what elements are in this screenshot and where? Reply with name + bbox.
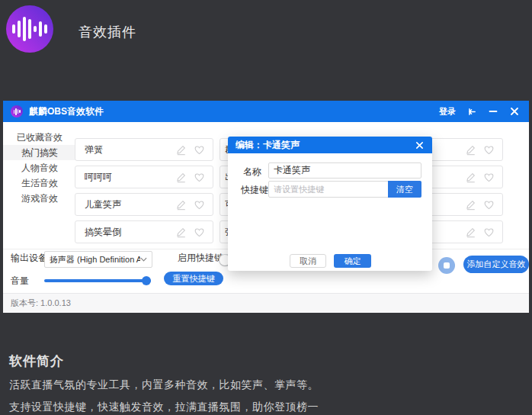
edit-icon[interactable] — [465, 199, 476, 211]
heart-icon[interactable] — [194, 144, 205, 156]
hide-to-tray-icon[interactable] — [466, 106, 477, 117]
version-bar: 版本号: 1.0.0.13 — [3, 293, 529, 313]
stop-button[interactable] — [438, 257, 455, 274]
sidebar-item-life[interactable]: 生活音效 — [3, 175, 76, 191]
stop-icon — [444, 262, 450, 269]
intro-heading: 软件简介 — [9, 352, 520, 370]
sound-name: 呵呵呵 — [75, 171, 175, 184]
window-title: 麒麟OBS音效软件 — [29, 101, 104, 122]
sound-name: 儿童笑声 — [75, 198, 175, 211]
enable-hotkey-label: 启用快捷键 — [178, 252, 223, 265]
heart-icon[interactable] — [194, 227, 205, 238]
edit-icon[interactable] — [175, 172, 187, 183]
cancel-button[interactable]: 取消 — [290, 254, 326, 268]
app-logo-icon — [6, 5, 53, 53]
heart-icon[interactable] — [194, 199, 205, 211]
output-device-value: 扬声器 (High Definition Aud — [50, 254, 140, 265]
heart-icon[interactable] — [194, 172, 205, 183]
login-button[interactable]: 登录 — [439, 106, 456, 117]
sidebar-item-game[interactable]: 游戏音效 — [3, 191, 76, 206]
edit-icon[interactable] — [175, 227, 187, 238]
close-icon[interactable] — [509, 106, 520, 117]
heart-icon[interactable] — [483, 172, 495, 183]
sound-column-1: 弹簧 呵呵呵 儿童笑声 搞笑晕倒 — [75, 138, 213, 243]
heart-icon[interactable] — [483, 144, 495, 156]
version-label: 版本号: 1.0.0.13 — [11, 298, 71, 307]
confirm-button[interactable]: 确定 — [334, 254, 371, 268]
edit-icon[interactable] — [175, 199, 187, 211]
minimize-icon[interactable] — [488, 106, 498, 117]
reset-hotkey-button[interactable]: 重置快捷键 — [164, 272, 223, 285]
sound-card[interactable]: 弹簧 — [75, 138, 213, 161]
volume-slider[interactable] — [44, 273, 151, 288]
sound-card[interactable]: 儿童笑声 — [75, 193, 213, 216]
modal-title: 编辑：卡通笑声 — [236, 139, 414, 152]
volume-label: 音量 — [11, 275, 29, 288]
sidebar-item-character[interactable]: 人物音效 — [3, 160, 76, 175]
window-logo-icon — [11, 105, 23, 117]
sidebar-item-hot-funny[interactable]: 热门搞笑 — [3, 145, 76, 160]
category-sidebar: 已收藏音效 热门搞笑 人物音效 生活音效 游戏音效 — [3, 130, 76, 206]
sound-name: 搞笑晕倒 — [75, 226, 175, 239]
output-device-label: 输出设备 — [11, 252, 47, 265]
hotkey-label: 快捷键 — [241, 184, 268, 197]
sound-name: 弹簧 — [75, 143, 175, 156]
slider-knob[interactable] — [142, 276, 151, 285]
intro-line-1: 活跃直播气氛的专业工具，内置多种音效，比如笑声、掌声等。 — [9, 378, 520, 392]
software-intro: 软件简介 活跃直播气氛的专业工具，内置多种音效，比如笑声、掌声等。 支持设置快捷… — [9, 352, 520, 414]
sidebar-item-favorites[interactable]: 已收藏音效 — [3, 130, 76, 145]
slider-track — [44, 279, 151, 282]
edit-icon[interactable] — [465, 144, 476, 156]
modal-close-icon[interactable] — [414, 140, 425, 150]
output-device-select[interactable]: 扬声器 (High Definition Aud — [44, 251, 152, 268]
heart-icon[interactable] — [483, 199, 495, 211]
edit-sound-modal: 编辑：卡通笑声 名称 快捷键 清空 取消 确定 — [228, 137, 432, 271]
app-header: 音效插件 — [0, 0, 532, 101]
edit-icon[interactable] — [175, 144, 187, 156]
heart-icon[interactable] — [483, 227, 495, 238]
window-titlebar: 麒麟OBS音效软件 登录 — [3, 101, 529, 122]
chevron-down-icon — [140, 257, 147, 262]
name-field[interactable] — [268, 162, 421, 179]
page-title: 音效插件 — [79, 23, 136, 41]
name-label: 名称 — [243, 166, 261, 179]
modal-header: 编辑：卡通笑声 — [228, 137, 432, 153]
edit-icon[interactable] — [465, 227, 476, 238]
intro-line-2: 支持设置快捷键，快速触发音效，拉满直播氛围，助你登顶榜一 — [9, 401, 520, 414]
add-custom-sound-button[interactable]: 添加自定义音效 — [463, 256, 529, 273]
sound-card[interactable]: 呵呵呵 — [75, 166, 213, 188]
edit-icon[interactable] — [465, 172, 476, 183]
clear-hotkey-button[interactable]: 清空 — [388, 181, 421, 198]
sound-card[interactable]: 搞笑晕倒 — [75, 220, 213, 243]
